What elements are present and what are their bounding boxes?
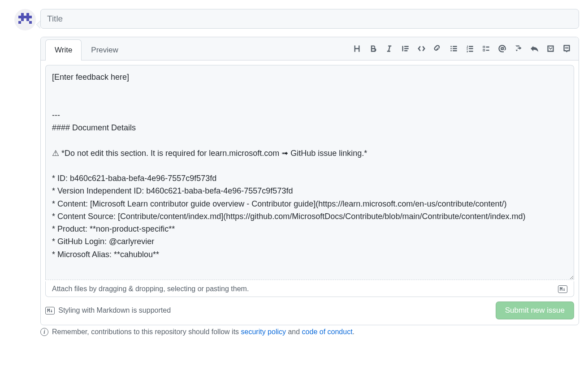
notice-suffix: . <box>353 328 355 336</box>
tab-preview[interactable]: Preview <box>82 39 127 60</box>
ordered-list-icon[interactable] <box>465 44 475 54</box>
code-of-conduct-link[interactable]: code of conduct <box>302 328 353 336</box>
quote-icon[interactable] <box>400 44 410 54</box>
tab-bar: Write Preview <box>41 37 579 60</box>
submit-new-issue-button[interactable]: Submit new issue <box>496 301 574 319</box>
saved-replies-icon[interactable] <box>545 44 555 54</box>
contribution-notice: i Remember, contributions to this reposi… <box>40 325 588 343</box>
unordered-list-icon[interactable] <box>449 44 458 54</box>
markdown-support-text: Styling with Markdown is supported <box>58 306 171 314</box>
heading-icon[interactable] <box>352 44 362 54</box>
comment-arrow <box>36 21 40 29</box>
markdown-badge-icon: M↓ <box>558 285 567 293</box>
notice-mid: and <box>288 328 302 336</box>
reply-icon[interactable] <box>529 44 539 54</box>
avatar-identicon <box>18 13 32 26</box>
bold-icon[interactable] <box>368 44 378 54</box>
attach-hint-text: Attach files by dragging & dropping, sel… <box>52 285 249 293</box>
issue-title-input[interactable] <box>40 9 579 29</box>
avatar[interactable] <box>14 9 36 30</box>
notice-prefix: Remember, contributions to this reposito… <box>52 328 241 336</box>
italic-icon[interactable] <box>384 44 394 54</box>
markdown-support-note[interactable]: M↓ Styling with Markdown is supported <box>45 306 171 314</box>
security-policy-link[interactable]: security policy <box>241 328 286 336</box>
cross-reference-icon[interactable] <box>513 44 523 54</box>
markdown-badge-icon: M↓ <box>45 307 55 314</box>
link-icon[interactable] <box>432 44 442 54</box>
suggestion-icon[interactable] <box>562 44 571 54</box>
attach-files-hint[interactable]: Attach files by dragging & dropping, sel… <box>45 281 574 297</box>
code-icon[interactable] <box>416 44 426 54</box>
tasklist-icon[interactable] <box>481 44 491 54</box>
info-icon: i <box>40 328 48 336</box>
issue-body-textarea[interactable] <box>45 65 574 280</box>
mention-icon[interactable] <box>497 44 507 54</box>
comment-box: Write Preview <box>40 37 579 325</box>
markdown-toolbar <box>352 44 574 54</box>
tab-write[interactable]: Write <box>45 39 82 60</box>
